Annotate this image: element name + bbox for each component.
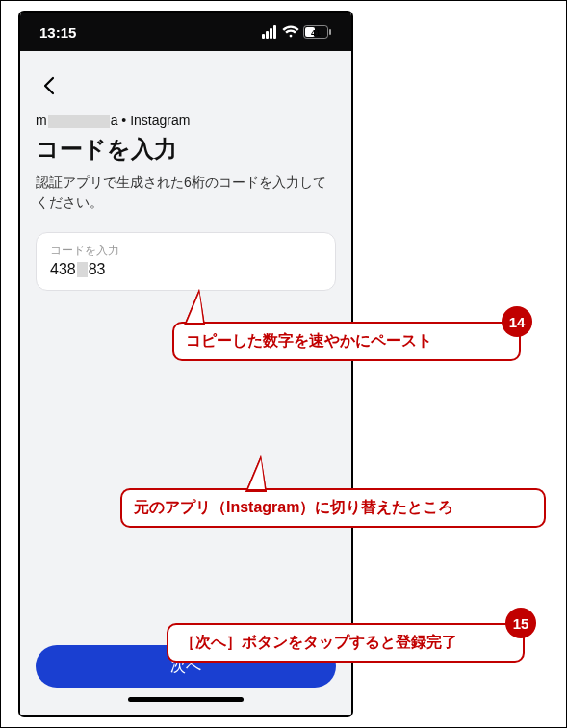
svg-text:41: 41 xyxy=(311,28,321,38)
home-indicator xyxy=(128,697,244,702)
code-input-label: コードを入力 xyxy=(50,243,322,259)
battery-icon: 41 xyxy=(303,25,332,39)
page-title: コードを入力 xyxy=(36,134,336,165)
status-right: 41 xyxy=(262,25,332,39)
annotation-mid-text: 元のアプリ（Instagram）に切り替えたところ xyxy=(134,499,453,515)
callout-tail-icon xyxy=(245,455,267,492)
annotation-14: コピーした数字を速やかにペースト 14 xyxy=(172,322,521,361)
redaction-block xyxy=(48,115,110,128)
annotation-15: ［次へ］ボタンをタップすると登録完了 15 xyxy=(167,623,525,663)
annotation-14-text: コピーした数字を速やかにペースト xyxy=(186,332,432,349)
cellular-signal-icon xyxy=(262,25,276,39)
code-input-value: 43883 xyxy=(50,261,322,278)
annotation-15-text: ［次へ］ボタンをタップすると登録完了 xyxy=(180,634,457,650)
callout-tail-icon xyxy=(184,289,205,325)
page-description: 認証アプリで生成された6桁のコードを入力してください。 xyxy=(36,172,336,213)
account-prefix: m xyxy=(36,113,47,128)
redaction-block xyxy=(77,262,88,277)
account-line: ma • Instagram xyxy=(36,113,336,128)
code-input[interactable]: コードを入力 43883 xyxy=(36,232,336,291)
phone-screen: 13:15 41 xyxy=(20,13,351,715)
service-suffix: • Instagram xyxy=(117,113,190,128)
annotation-badge-14: 14 xyxy=(502,306,532,337)
status-time: 13:15 xyxy=(39,24,76,40)
content-sheet: ma • Instagram コードを入力 認証アプリで生成された6桁のコードを… xyxy=(20,57,351,715)
svg-rect-2 xyxy=(329,29,331,35)
annotation-mid: 元のアプリ（Instagram）に切り替えたところ xyxy=(120,488,546,528)
phone-frame: 13:15 41 xyxy=(18,11,353,717)
status-bar: 13:15 41 xyxy=(20,13,351,51)
chevron-left-icon xyxy=(42,76,56,95)
wifi-icon xyxy=(282,25,299,39)
back-button[interactable] xyxy=(36,72,63,99)
annotation-badge-15: 15 xyxy=(505,608,536,638)
